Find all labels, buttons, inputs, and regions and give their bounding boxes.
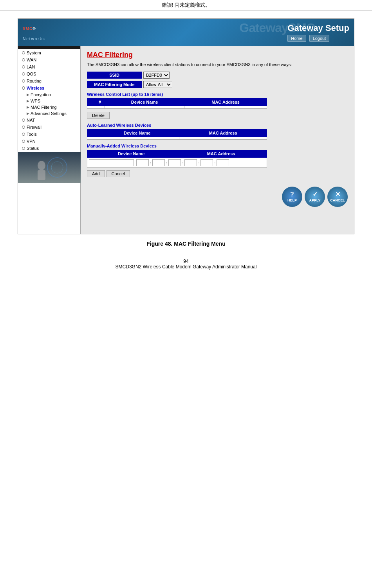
delete-button[interactable]: Delete xyxy=(87,112,110,119)
wc-cell xyxy=(184,106,267,109)
cancel-button[interactable]: Cancel xyxy=(107,170,130,177)
table-row xyxy=(87,106,267,109)
mac-octet-2[interactable] xyxy=(152,159,165,166)
mac-filtering-mode-label: MAC Filtering Mode xyxy=(87,81,142,88)
mac-octet-1[interactable] xyxy=(136,159,149,166)
cancel-icon-button[interactable]: ✕ CANCEL xyxy=(327,187,348,207)
ssid-label: SSID xyxy=(87,72,142,79)
al-cell xyxy=(87,137,95,140)
ssid-select[interactable]: B2FFD0 xyxy=(143,72,170,79)
mac-sep-3: : xyxy=(182,160,184,165)
figure-caption: Figure 48. MAC Filtering Menu xyxy=(12,241,360,247)
wc-col-mac: MAC Address xyxy=(184,99,267,106)
sidebar-item-vpn[interactable]: VPN xyxy=(18,138,80,145)
mac-sep-4: : xyxy=(198,160,200,165)
help-button[interactable]: ? HELP xyxy=(282,187,302,207)
sidebar-label-encryption: Encryption xyxy=(31,92,51,97)
wc-cell xyxy=(105,106,184,109)
mac-octet-4[interactable] xyxy=(184,159,197,166)
sidebar-label-nat: NAT xyxy=(27,118,35,122)
sidebar-item-system[interactable]: System xyxy=(18,49,80,56)
auto-learned-table: Device Name MAC Address xyxy=(87,129,267,140)
bullet-icon xyxy=(22,72,25,76)
wc-col-check xyxy=(87,99,95,106)
logout-button[interactable]: Logout xyxy=(309,35,330,42)
logo: SMC® Networks xyxy=(23,24,45,41)
description: The SMCD3GN3 can allow the wireless clie… xyxy=(87,62,348,67)
arrow-icon: ▶ xyxy=(27,93,29,97)
svg-rect-0 xyxy=(18,152,81,183)
apply-label: APPLY xyxy=(309,198,320,202)
sidebar-item-mac-filtering[interactable]: ▶ MAC Filtering xyxy=(18,104,80,110)
sidebar-label-tools: Tools xyxy=(27,132,37,137)
bullet-icon xyxy=(22,86,25,90)
mac-octet-5[interactable] xyxy=(200,159,213,166)
sidebar-item-wan[interactable]: WAN xyxy=(18,56,80,63)
mac-filtering-mode-select[interactable]: Allow-All Allow-List Deny-List xyxy=(143,81,172,88)
action-buttons: Add Cancel xyxy=(87,170,348,177)
sidebar-label-wireless: Wireless xyxy=(27,86,44,90)
ma-col-mac: MAC Address xyxy=(175,150,267,158)
sidebar-label-mac-filtering: MAC Filtering xyxy=(31,105,57,110)
cancel-icon: ✕ xyxy=(335,191,340,198)
sidebar-item-firewall[interactable]: Firewall xyxy=(18,124,80,131)
wc-cell xyxy=(95,106,105,109)
mac-input-row: : : : : : xyxy=(87,158,267,168)
home-button[interactable]: Home xyxy=(287,35,306,42)
sidebar-label-wan: WAN xyxy=(27,58,36,62)
sidebar-label-qos: QOS xyxy=(27,72,36,76)
page-number: 94 xyxy=(12,259,360,264)
sidebar-label-wps: WPS xyxy=(31,99,40,103)
device-name-input[interactable] xyxy=(89,159,134,166)
help-label: HELP xyxy=(287,198,297,202)
bullet-icon xyxy=(22,65,25,68)
arrow-icon: ▶ xyxy=(27,99,29,103)
header: SMC® Networks GatewaySMC Gateway Setup H… xyxy=(18,19,354,46)
svg-rect-2 xyxy=(38,170,45,180)
sidebar-item-lan[interactable]: LAN xyxy=(18,63,80,70)
wc-col-device: Device Name xyxy=(105,99,184,106)
mac-sep-5: : xyxy=(214,160,216,165)
manually-added-table: Device Name MAC Address xyxy=(87,150,267,158)
networks-label: Networks xyxy=(23,37,45,41)
sidebar-item-advanced-settings[interactable]: ▶ Advanced Settings xyxy=(18,110,80,117)
wireless-control-table: # Device Name MAC Address xyxy=(87,98,267,109)
add-button[interactable]: Add xyxy=(87,170,105,177)
sidebar: System WAN LAN QOS Routing xyxy=(18,46,81,234)
bullet-icon xyxy=(22,147,25,150)
al-col-device: Device Name xyxy=(95,129,179,137)
bullet-icon xyxy=(22,58,25,61)
logo-sup: ® xyxy=(33,26,36,31)
watermark: GatewaySMC xyxy=(239,21,315,35)
bullet-icon xyxy=(22,140,25,143)
logo-text: SMC® xyxy=(23,24,36,37)
arrow-icon: ▶ xyxy=(27,105,29,109)
sidebar-item-nat[interactable]: NAT xyxy=(18,117,80,124)
sidebar-item-wps[interactable]: ▶ WPS xyxy=(18,98,80,104)
manually-added-title: Manually-Added Wireless Devices xyxy=(87,144,348,148)
mac-sep-1: : xyxy=(150,160,152,165)
sidebar-item-routing[interactable]: Routing xyxy=(18,77,80,85)
header-nav: Home Logout xyxy=(287,35,349,42)
mac-filtering-mode-row: MAC Filtering Mode Allow-All Allow-List … xyxy=(87,81,348,88)
bullet-icon xyxy=(22,126,25,129)
sidebar-item-status[interactable]: Status xyxy=(18,145,80,152)
sidebar-item-wireless[interactable]: Wireless xyxy=(18,85,80,92)
al-col-mac: MAC Address xyxy=(179,129,267,137)
al-cell xyxy=(179,137,267,140)
table-row xyxy=(87,137,267,140)
apply-button[interactable]: ✓ APPLY xyxy=(305,187,325,207)
sidebar-item-qos[interactable]: QOS xyxy=(18,70,80,77)
footer: 94 SMCD3GN2 Wireless Cable Modem Gateway… xyxy=(12,259,360,273)
mac-octet-3[interactable] xyxy=(168,159,181,166)
al-col-check xyxy=(87,129,95,137)
sidebar-label-advanced-settings: Advanced Settings xyxy=(31,111,67,116)
sidebar-item-encryption[interactable]: ▶ Encryption xyxy=(18,92,80,98)
sidebar-item-tools[interactable]: Tools xyxy=(18,131,80,138)
logo-main: SMC xyxy=(23,26,33,31)
svg-point-1 xyxy=(38,161,45,170)
bullet-icon xyxy=(22,119,25,122)
mac-octet-6[interactable] xyxy=(217,159,229,166)
apply-icon: ✓ xyxy=(312,191,318,198)
wc-cell xyxy=(87,106,95,109)
